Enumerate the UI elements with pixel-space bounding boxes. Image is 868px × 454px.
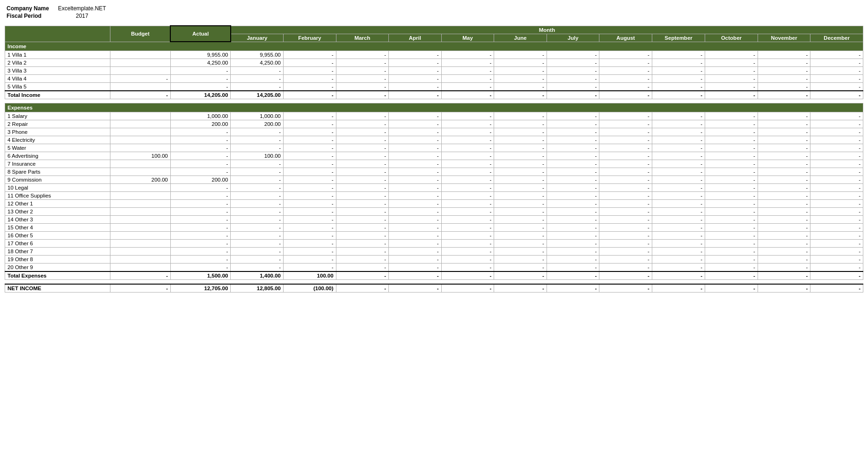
table-row: 12 Other 1------------- <box>5 200 863 208</box>
section-label: Expenses <box>5 103 863 112</box>
data-cell: - <box>758 256 810 264</box>
row-label: 18 Other 7 <box>5 248 110 256</box>
data-cell: - <box>547 200 599 208</box>
oct-header: October <box>705 34 758 42</box>
data-cell: - <box>705 208 758 216</box>
data-cell: - <box>389 184 442 192</box>
data-cell: - <box>231 67 284 75</box>
data-cell: - <box>336 264 389 272</box>
data-cell: - <box>652 136 705 144</box>
data-cell: - <box>810 224 863 232</box>
data-cell: - <box>547 168 599 176</box>
data-cell: - <box>441 284 494 293</box>
row-label: 19 Other 8 <box>5 256 110 264</box>
data-cell: - <box>494 232 547 240</box>
data-cell: - <box>110 284 171 293</box>
data-cell: - <box>170 264 231 272</box>
data-cell <box>110 224 171 232</box>
data-cell: - <box>705 112 758 120</box>
data-cell: - <box>283 120 336 128</box>
data-cell: - <box>599 208 652 216</box>
data-cell: - <box>389 176 442 184</box>
data-cell: - <box>336 75 389 83</box>
data-cell: - <box>705 176 758 184</box>
data-cell: - <box>547 112 599 120</box>
row-label: Total Income <box>5 91 110 99</box>
data-cell: - <box>547 160 599 168</box>
data-cell: - <box>170 168 231 176</box>
data-cell <box>110 200 171 208</box>
data-cell <box>110 128 171 136</box>
empty-header <box>5 26 110 42</box>
data-cell: - <box>810 200 863 208</box>
data-cell: - <box>652 192 705 200</box>
data-cell <box>110 248 171 256</box>
data-cell: - <box>494 160 547 168</box>
data-cell: - <box>810 91 863 99</box>
data-cell: - <box>336 83 389 91</box>
data-cell: - <box>810 184 863 192</box>
data-cell: - <box>441 216 494 224</box>
data-cell: - <box>547 67 599 75</box>
data-cell: - <box>389 256 442 264</box>
data-cell: - <box>599 168 652 176</box>
data-cell: - <box>758 83 810 91</box>
spacer-row <box>5 99 863 103</box>
data-cell: - <box>389 83 442 91</box>
table-row: Total Expenses-1,500.001,400.00100.00---… <box>5 271 863 280</box>
row-label: 1 Villa 1 <box>5 51 110 59</box>
data-cell: - <box>389 232 442 240</box>
data-cell: - <box>810 51 863 59</box>
data-cell: - <box>652 248 705 256</box>
data-cell: - <box>494 248 547 256</box>
data-cell: 4,250.00 <box>231 59 284 67</box>
data-cell: - <box>652 83 705 91</box>
data-cell: - <box>494 112 547 120</box>
data-cell: - <box>652 264 705 272</box>
data-cell: - <box>652 240 705 248</box>
data-cell: - <box>170 144 231 152</box>
data-cell: - <box>599 216 652 224</box>
data-cell: - <box>705 184 758 192</box>
data-cell: - <box>599 224 652 232</box>
data-cell: - <box>494 51 547 59</box>
data-cell: - <box>810 256 863 264</box>
data-cell: - <box>283 75 336 83</box>
row-label: 5 Water <box>5 144 110 152</box>
data-cell: - <box>170 136 231 144</box>
data-cell: - <box>705 271 758 280</box>
data-cell: - <box>705 192 758 200</box>
data-cell: - <box>336 184 389 192</box>
data-cell: - <box>441 83 494 91</box>
data-cell <box>110 264 171 272</box>
data-cell: - <box>494 91 547 99</box>
data-cell: - <box>441 51 494 59</box>
data-cell: - <box>283 176 336 184</box>
data-cell: - <box>494 168 547 176</box>
data-cell: 14,205.00 <box>231 91 284 99</box>
data-cell: 200.00 <box>231 120 284 128</box>
data-cell: - <box>758 192 810 200</box>
data-cell: - <box>705 128 758 136</box>
data-cell: - <box>705 168 758 176</box>
data-cell: - <box>494 83 547 91</box>
data-cell: - <box>170 240 231 248</box>
data-cell: - <box>494 208 547 216</box>
data-cell: 1,000.00 <box>170 112 231 120</box>
fiscal-label: Fiscal Period <box>5 12 56 20</box>
data-cell: - <box>599 192 652 200</box>
data-cell: - <box>705 152 758 160</box>
table-row: 9 Commission200.00200.00------------ <box>5 176 863 184</box>
data-cell: - <box>547 232 599 240</box>
data-cell: - <box>758 152 810 160</box>
data-cell: - <box>494 256 547 264</box>
data-cell: - <box>231 240 284 248</box>
data-cell: - <box>441 200 494 208</box>
data-cell: - <box>810 271 863 280</box>
data-cell: - <box>810 67 863 75</box>
data-cell: - <box>652 200 705 208</box>
data-cell: - <box>389 240 442 248</box>
data-cell: - <box>441 184 494 192</box>
data-cell: - <box>599 240 652 248</box>
data-cell: - <box>441 136 494 144</box>
